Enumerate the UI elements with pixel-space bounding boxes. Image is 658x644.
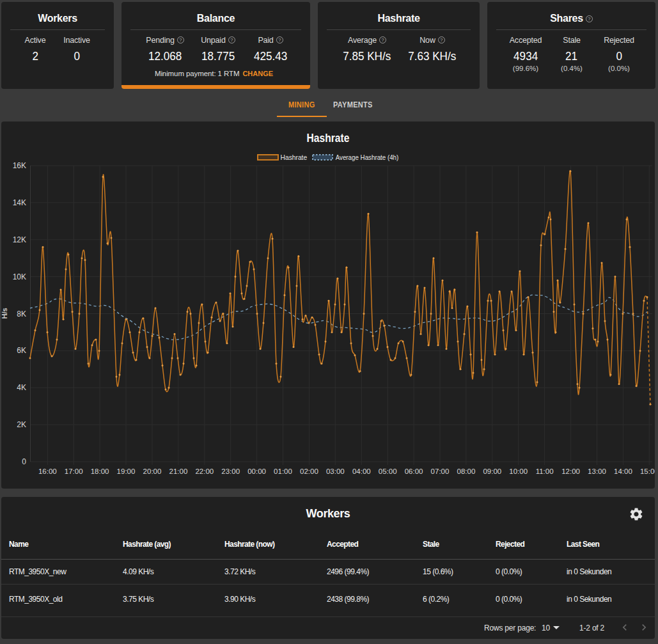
- svg-text:0: 0: [22, 457, 26, 466]
- svg-text:16K: 16K: [13, 161, 26, 170]
- svg-text:04:00: 04:00: [352, 467, 371, 475]
- svg-text:05:00: 05:00: [379, 467, 397, 475]
- svg-text:10:00: 10:00: [509, 467, 528, 475]
- svg-text:15:00: 15:00: [640, 467, 655, 475]
- svg-text:8K: 8K: [17, 310, 26, 318]
- svg-text:22:00: 22:00: [195, 467, 214, 475]
- svg-text:14K: 14K: [13, 198, 26, 207]
- svg-text:09:00: 09:00: [483, 467, 501, 475]
- svg-text:12:00: 12:00: [561, 467, 580, 475]
- svg-text:17:00: 17:00: [65, 467, 83, 475]
- svg-text:21:00: 21:00: [169, 467, 188, 475]
- svg-text:08:00: 08:00: [457, 467, 476, 475]
- svg-text:2K: 2K: [17, 420, 26, 429]
- svg-text:6K: 6K: [17, 346, 26, 355]
- svg-text:18:00: 18:00: [91, 467, 109, 475]
- svg-text:02:00: 02:00: [300, 467, 318, 475]
- svg-text:Hashrate: Hashrate: [281, 153, 308, 161]
- svg-text:23:00: 23:00: [221, 467, 240, 475]
- svg-text:06:00: 06:00: [405, 467, 423, 475]
- svg-text:Hashrate: Hashrate: [307, 132, 350, 145]
- svg-text:12K: 12K: [13, 235, 26, 244]
- svg-text:10K: 10K: [13, 272, 26, 281]
- svg-text:Average Hashrate (4h): Average Hashrate (4h): [336, 153, 399, 161]
- svg-text:16:00: 16:00: [38, 467, 57, 475]
- svg-text:03:00: 03:00: [326, 467, 345, 475]
- svg-text:19:00: 19:00: [117, 467, 136, 475]
- svg-text:00:00: 00:00: [247, 467, 266, 475]
- svg-text:H/s: H/s: [1, 308, 8, 318]
- svg-text:01:00: 01:00: [274, 467, 292, 475]
- svg-text:13:00: 13:00: [588, 467, 606, 475]
- svg-text:4K: 4K: [17, 383, 26, 392]
- svg-text:07:00: 07:00: [431, 467, 450, 475]
- svg-text:14:00: 14:00: [614, 467, 632, 475]
- svg-text:11:00: 11:00: [536, 467, 554, 475]
- svg-text:20:00: 20:00: [143, 467, 162, 475]
